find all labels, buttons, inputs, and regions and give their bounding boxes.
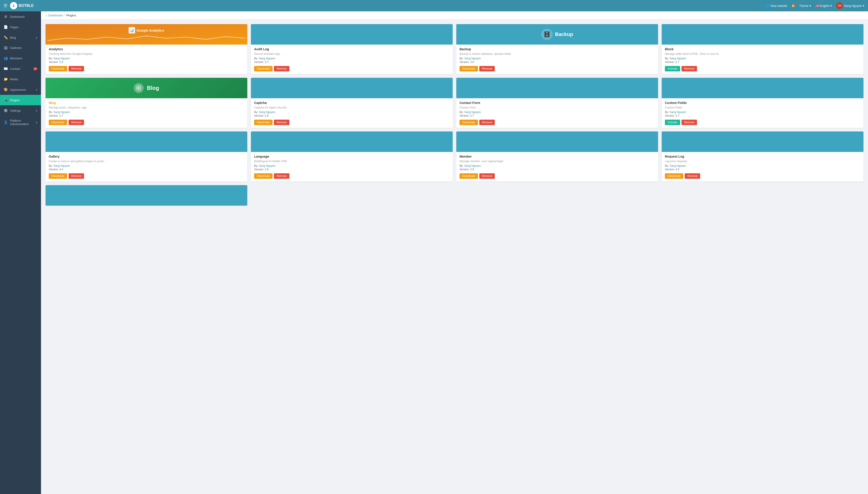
plugin-card-blog: Blog Blog Manage posts, categories, tags… bbox=[46, 78, 247, 128]
plugin-thumb-member bbox=[456, 131, 658, 152]
sidebar: ⊞ Dashboard 📄 Pages ✏️ Blog ▸ 🖼 Gallerie… bbox=[0, 12, 41, 494]
plugin-author-link-gallery[interactable]: Sang Nguyen bbox=[54, 164, 70, 167]
deactivate-btn-request-log[interactable]: Deactivate bbox=[665, 173, 683, 179]
plugin-name-audit-log: Audit Log bbox=[254, 47, 450, 51]
plugin-info-captcha: Captcha Captcha for higher security By: … bbox=[251, 98, 453, 128]
plugin-desc-captcha: Captcha for higher security bbox=[254, 106, 450, 109]
plugin-author-blog: By: Sang Nguyen bbox=[49, 111, 244, 114]
sidebar-item-dashboard[interactable]: ⊞ Dashboard bbox=[0, 12, 41, 22]
remove-btn-language[interactable]: Remove bbox=[274, 173, 290, 179]
plugin-author-link-member[interactable]: Sang Nguyen bbox=[464, 164, 481, 167]
plugin-thumb-custom-fields bbox=[662, 78, 864, 98]
plugin-author-link-language[interactable]: Sang Nguyen bbox=[259, 164, 275, 167]
plugin-name-gallery: Gallery bbox=[49, 155, 244, 158]
language-arrow-icon: ▾ bbox=[830, 4, 832, 7]
sidebar-item-pages[interactable]: 📄 Pages bbox=[0, 22, 41, 32]
plugin-version-member: Version: 2.8 bbox=[459, 168, 655, 171]
remove-btn-backup[interactable]: Remove bbox=[479, 66, 495, 71]
remove-btn-audit-log[interactable]: Remove bbox=[274, 66, 290, 71]
language-label: English bbox=[820, 4, 830, 7]
deactivate-btn-audit-log[interactable]: Deactivate bbox=[254, 66, 273, 71]
plugin-author-link-custom-fields[interactable]: Sang Nguyen bbox=[670, 111, 686, 114]
remove-btn-blog[interactable]: Remove bbox=[69, 120, 84, 125]
deactivate-btn-gallery[interactable]: Deactivate bbox=[49, 173, 67, 179]
user-menu[interactable]: SN Sang Nguyen ▾ bbox=[836, 2, 864, 9]
hamburger-button[interactable]: ☰ bbox=[4, 3, 7, 8]
sidebar-item-platform[interactable]: 👤 Platform Administration ▸ bbox=[0, 116, 41, 129]
media-icon: 📁 bbox=[4, 77, 8, 81]
plugin-author-link-blog[interactable]: Sang Nguyen bbox=[54, 111, 70, 114]
plugin-author-request-log: By: Sang Nguyen bbox=[665, 164, 860, 167]
plugin-actions-member: Deactivate Remove bbox=[459, 173, 655, 179]
plugin-actions-block: Activate Remove bbox=[665, 66, 860, 71]
remove-btn-contact-form[interactable]: Remove bbox=[479, 120, 495, 125]
sidebar-item-appearance[interactable]: 🎨 Appearance ▸ bbox=[0, 84, 41, 95]
remove-btn-block[interactable]: Remove bbox=[682, 66, 697, 71]
plugin-actions-captcha: Deactivate Remove bbox=[254, 120, 450, 125]
sidebar-item-blog[interactable]: ✏️ Blog ▸ bbox=[0, 32, 41, 43]
sidebar-item-contact[interactable]: ✉️ Contact 1 bbox=[0, 63, 41, 74]
plugin-card-language: Language Multilingual for Botble CMS By:… bbox=[251, 131, 453, 182]
remove-btn-request-log[interactable]: Remove bbox=[685, 173, 701, 179]
plugin-thumb-contact-form bbox=[456, 78, 658, 98]
plugin-author-link-backup[interactable]: Sang Nguyen bbox=[464, 57, 481, 60]
logo-icon: b bbox=[10, 2, 17, 9]
sidebar-item-media[interactable]: 📁 Media bbox=[0, 74, 41, 84]
theme-dropdown[interactable]: Theme ▾ bbox=[799, 4, 811, 7]
activate-btn-custom-fields[interactable]: Activate bbox=[665, 120, 680, 125]
remove-btn-captcha[interactable]: Remove bbox=[274, 120, 290, 125]
blog-arrow-icon: ▸ bbox=[36, 36, 37, 39]
language-dropdown[interactable]: 🇺🇸 English ▾ bbox=[815, 4, 832, 7]
plugin-actions-backup: Deactivate Remove bbox=[459, 66, 655, 71]
plugin-author-link-request-log[interactable]: Sang Nguyen bbox=[670, 164, 686, 167]
sidebar-label-pages: Pages bbox=[10, 25, 37, 29]
topnav-right: 🌐 View website 🔔 Theme ▾ 🇺🇸 English ▾ SN… bbox=[765, 2, 864, 9]
blog-icon: ✏️ bbox=[4, 36, 8, 40]
plugin-name-contact-form: Contact Form bbox=[459, 101, 655, 104]
sidebar-item-settings[interactable]: ⚙️ Settings ▸ bbox=[0, 105, 41, 116]
activate-btn-block[interactable]: Activate bbox=[665, 66, 680, 71]
logo: b BOTBLE bbox=[10, 2, 34, 9]
plugin-thumb-backup: 🗄️ Backup bbox=[456, 24, 658, 44]
sidebar-item-galleries[interactable]: 🖼 Galleries bbox=[0, 43, 41, 53]
user-name: Sang Nguyen bbox=[844, 4, 862, 7]
deactivate-btn-contact-form[interactable]: Deactivate bbox=[459, 120, 478, 125]
remove-btn-custom-fields[interactable]: Remove bbox=[682, 120, 697, 125]
deactivate-btn-captcha[interactable]: Deactivate bbox=[254, 120, 273, 125]
remove-btn-gallery[interactable]: Remove bbox=[69, 173, 84, 179]
plugin-card-request-log: Request Log Log error requests By: Sang … bbox=[662, 131, 864, 182]
deactivate-btn-member[interactable]: Deactivate bbox=[459, 173, 478, 179]
appearance-icon: 🎨 bbox=[4, 88, 8, 92]
main-content: ⌂ Dashboard / Plugins 📊 Google Analytics bbox=[41, 12, 868, 494]
breadcrumb-home[interactable]: ⌂ Dashboard bbox=[46, 14, 62, 17]
notifications-button[interactable]: 🔔 bbox=[792, 4, 795, 7]
plugin-author-link-contact-form[interactable]: Sang Nguyen bbox=[464, 111, 481, 114]
deactivate-btn-analytics[interactable]: Deactivate bbox=[49, 66, 67, 71]
plugin-author-link-captcha[interactable]: Sang Nguyen bbox=[259, 111, 275, 114]
plugin-author-link-audit-log[interactable]: Sang Nguyen bbox=[259, 57, 275, 60]
plugin-card-captcha: Captcha Captcha for higher security By: … bbox=[251, 78, 453, 128]
deactivate-btn-blog[interactable]: Deactivate bbox=[49, 120, 67, 125]
deactivate-btn-backup[interactable]: Deactivate bbox=[459, 66, 478, 71]
sidebar-item-members[interactable]: 👥 Members bbox=[0, 53, 41, 63]
plugin-actions-analytics: Deactivate Remove bbox=[49, 66, 244, 71]
remove-btn-member[interactable]: Remove bbox=[479, 173, 495, 179]
sidebar-item-plugins[interactable]: 🔌 Plugins bbox=[0, 95, 41, 105]
breadcrumb-home-label: Dashboard bbox=[48, 14, 63, 17]
plugin-author-gallery: By: Sang Nguyen bbox=[49, 164, 244, 167]
plugin-thumb-request-log bbox=[662, 131, 864, 152]
plugin-version-gallery: Version: 3.4 bbox=[49, 168, 244, 171]
breadcrumb-current: Plugins bbox=[66, 14, 76, 17]
plugin-info-custom-fields: Custom Fields Custom Fields By: Sang Ngu… bbox=[662, 98, 864, 128]
plugin-version-custom-fields: Version: 2.7 bbox=[665, 114, 860, 117]
remove-btn-analytics[interactable]: Remove bbox=[69, 66, 84, 71]
plugin-author-link-analytics[interactable]: Sang Nguyen bbox=[54, 57, 70, 60]
plugin-author-backup: By: Sang Nguyen bbox=[459, 57, 655, 60]
view-website-link[interactable]: 🌐 View website bbox=[765, 4, 788, 7]
plugin-card-analytics: 📊 Google Analytics Analytics Tracking da… bbox=[46, 24, 247, 74]
deactivate-btn-language[interactable]: Deactivate bbox=[254, 173, 273, 179]
plugin-author-link-block[interactable]: Sang Nguyen bbox=[670, 57, 686, 60]
plugin-name-backup: Backup bbox=[459, 47, 655, 51]
plugin-desc-blog: Manage posts, categories, tags bbox=[49, 106, 244, 109]
plugins-icon: 🔌 bbox=[4, 98, 8, 102]
